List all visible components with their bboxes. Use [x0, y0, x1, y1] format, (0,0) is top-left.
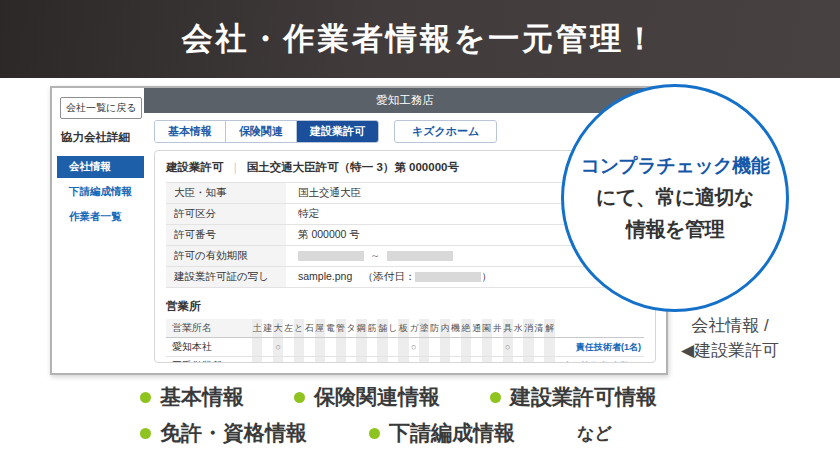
office-mark-cell	[429, 338, 439, 357]
office-mark-cell	[262, 338, 272, 357]
callout-line-3: 情報を管理	[626, 216, 724, 243]
license-category-col-井: 井	[492, 319, 502, 338]
license-category-col-と: と	[294, 319, 304, 338]
office-mark-cell	[304, 338, 314, 357]
office-mark-cell	[283, 357, 293, 364]
license-mark: ○	[275, 342, 280, 352]
company-name-header: 愛知工務店	[144, 88, 666, 113]
bullet-item: 下請編成情報	[369, 419, 515, 447]
bullet-label: 建設業許可情報	[510, 383, 657, 411]
offices-table: 営業所名土建大左と石屋電管タ鋼筋舗し板ガ塗防内機絶通園井具水消清解愛知本社○○○…	[166, 319, 644, 363]
office-mark-cell: ○	[273, 357, 283, 364]
office-mark-cell	[419, 357, 429, 364]
bullet-label: 免許・資格情報	[160, 419, 307, 447]
office-name-header: 営業所名	[166, 319, 252, 338]
office-mark-cell	[315, 357, 325, 364]
tab-1[interactable]: 保険関連	[225, 121, 296, 142]
license-category-col-管: 管	[336, 319, 346, 338]
license-category-col-内: 内	[440, 319, 450, 338]
attach-date-suffix: ）	[481, 270, 492, 282]
sidebar-nav: 会社情報下請編成情報作業者一覧	[52, 156, 144, 228]
engineer-link-header	[555, 319, 644, 338]
office-mark-cell	[409, 357, 419, 364]
license-category-col-屋: 屋	[315, 319, 325, 338]
bullet-item: 建設業許可情報	[490, 383, 657, 411]
tab-2[interactable]: 建設業許可	[296, 121, 378, 142]
license-title-right: 国土交通大臣許可（特一 3）第 000000号	[247, 161, 459, 173]
license-category-col-鋼: 鋼	[356, 319, 366, 338]
office-mark-cell	[482, 357, 492, 364]
license-category-col-筋: 筋	[367, 319, 377, 338]
office-mark-cell	[325, 357, 335, 364]
etc-label: など	[577, 422, 612, 445]
bullet-dot-icon	[490, 392, 501, 403]
kizuku-home-button[interactable]: キズクホーム	[394, 120, 497, 143]
engineer-link-cell: 責任技術者(未登録)	[555, 357, 644, 364]
office-name: 三重営業所	[166, 357, 252, 364]
office-mark-cell	[398, 338, 408, 357]
office-mark-cell	[544, 338, 555, 357]
office-mark-cell	[325, 338, 335, 357]
sidebar: 会社一覧に戻る 協力会社詳細 会社情報下請編成情報作業者一覧	[52, 88, 144, 373]
office-mark-cell	[283, 338, 293, 357]
screen-caption: 会社情報 / ◀建設業許可	[652, 314, 808, 363]
office-mark-cell	[356, 357, 366, 364]
license-category-col-解: 解	[544, 319, 555, 338]
office-mark-cell: ○	[273, 338, 283, 357]
license-category-col-清: 清	[534, 319, 544, 338]
license-row-label: 許可番号	[166, 225, 286, 246]
redacted-date-box	[298, 251, 364, 261]
license-category-col-消: 消	[523, 319, 533, 338]
callout-line-2: にて、常に適切な	[596, 184, 754, 211]
office-mark-cell	[336, 338, 346, 357]
tab-0[interactable]: 基本情報	[155, 121, 225, 142]
caption-line-1: 会社情報 /	[652, 314, 808, 339]
sidebar-item-1[interactable]: 下請編成情報	[57, 181, 144, 203]
license-category-col-防: 防	[429, 319, 439, 338]
office-mark-cell	[252, 338, 262, 357]
sidebar-item-2[interactable]: 作業者一覧	[57, 206, 144, 228]
office-mark-cell	[492, 338, 502, 357]
license-category-col-塗: 塗	[419, 319, 429, 338]
bullet-dot-icon	[140, 428, 151, 439]
office-mark-cell	[503, 357, 513, 364]
page-title: 会社・作業者情報を一元管理！	[182, 18, 659, 60]
office-mark-cell	[294, 338, 304, 357]
license-category-col-大: 大	[273, 319, 283, 338]
office-mark-cell	[294, 357, 304, 364]
office-mark-cell	[440, 357, 450, 364]
offices-header-row: 営業所名土建大左と石屋電管タ鋼筋舗し板ガ塗防内機絶通園井具水消清解	[166, 319, 644, 338]
office-mark-cell	[450, 338, 460, 357]
license-category-col-土: 土	[252, 319, 262, 338]
license-category-col-水: 水	[513, 319, 523, 338]
office-mark-cell	[388, 338, 398, 357]
office-mark-cell	[534, 357, 544, 364]
office-mark-cell	[471, 338, 481, 357]
responsible-engineer-link[interactable]: 責任技術者(1名)	[576, 342, 641, 352]
office-mark-cell	[429, 357, 439, 364]
bullet-dot-icon	[369, 428, 380, 439]
license-category-col-通: 通	[471, 319, 481, 338]
office-mark-cell	[544, 357, 555, 364]
office-mark-cell	[388, 357, 398, 364]
back-to-company-list-button[interactable]: 会社一覧に戻る	[60, 97, 142, 119]
license-category-col-建: 建	[262, 319, 272, 338]
license-category-col-舗: 舗	[377, 319, 387, 338]
office-mark-cell	[346, 357, 356, 364]
license-mark: ○	[275, 361, 280, 363]
bullet-dot-icon	[294, 392, 305, 403]
license-category-col-絶: 絶	[461, 319, 471, 338]
office-mark-cell	[377, 338, 387, 357]
license-category-col-ガ: ガ	[409, 319, 419, 338]
responsible-engineer-link[interactable]: 責任技術者(未登録)	[563, 361, 641, 364]
office-mark-cell	[336, 357, 346, 364]
bullet-item: 保険関連情報	[294, 383, 440, 411]
sidebar-item-0[interactable]: 会社情報	[57, 156, 144, 178]
office-mark-cell	[315, 338, 325, 357]
bullet-item: 基本情報	[140, 383, 244, 411]
office-mark-cell	[534, 338, 544, 357]
office-mark-cell	[450, 357, 460, 364]
license-mark: ○	[411, 342, 416, 352]
tab-group: 基本情報保険関連建設業許可	[154, 120, 379, 143]
bullet-row-2: 免許・資格情報下請編成情報など	[140, 419, 707, 447]
